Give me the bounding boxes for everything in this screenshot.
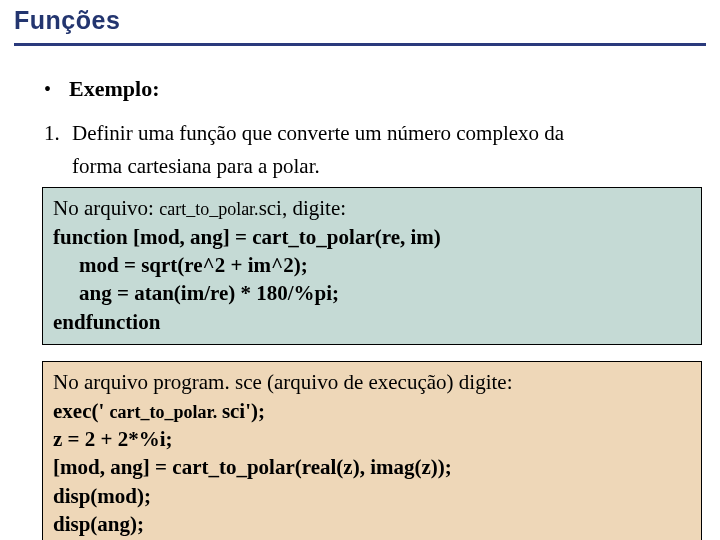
bullet-row: • Exemplo: bbox=[44, 76, 706, 102]
slide-title: Funções bbox=[14, 6, 706, 46]
code-box-function: No arquivo: cart_to_polar.sci, digite: f… bbox=[42, 187, 702, 345]
item-text-line1: Definir uma função que converte um númer… bbox=[72, 118, 564, 148]
prog-line-4: disp(mod); bbox=[53, 484, 151, 508]
prog-line-2: z = 2 + 2*%i; bbox=[53, 427, 173, 451]
prog-line-1-c: sci'); bbox=[222, 399, 265, 423]
prog-line-5: disp(ang); bbox=[53, 512, 144, 536]
bullet-dot: • bbox=[44, 78, 51, 101]
func-line-1: function [mod, ang] = cart_to_polar(re, … bbox=[53, 225, 441, 249]
item-text-line2: forma cartesiana para a polar. bbox=[72, 154, 706, 179]
func-intro-suffix: sci, digite: bbox=[259, 196, 347, 220]
func-line-2: mod = sqrt(re^2 + im^2); bbox=[53, 251, 691, 279]
item-number: 1. bbox=[44, 121, 64, 146]
func-line-3: ang = atan(im/re) * 180/%pi; bbox=[53, 279, 691, 307]
func-line-4: endfunction bbox=[53, 310, 160, 334]
prog-intro: No arquivo program. sce (arquivo de exec… bbox=[53, 370, 513, 394]
prog-line-1-b: cart_to_polar. bbox=[110, 402, 222, 422]
func-intro-filename: cart_to_polar. bbox=[159, 199, 258, 219]
numbered-row: 1. Definir uma função que converte um nú… bbox=[44, 118, 706, 148]
func-intro-prefix: No arquivo: bbox=[53, 196, 159, 220]
example-label: Exemplo: bbox=[69, 76, 159, 102]
code-box-program: No arquivo program. sce (arquivo de exec… bbox=[42, 361, 702, 540]
prog-line-1-a: exec(' bbox=[53, 399, 110, 423]
prog-line-3: [mod, ang] = cart_to_polar(real(z), imag… bbox=[53, 455, 452, 479]
